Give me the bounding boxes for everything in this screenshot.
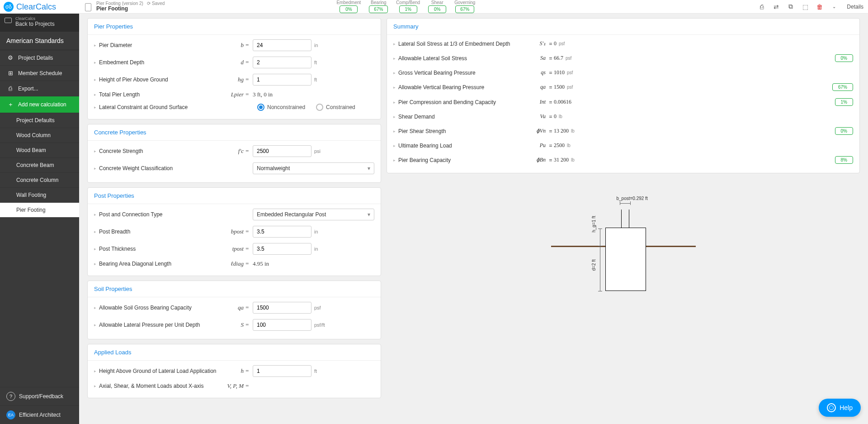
print-icon: ⎙ [6, 85, 14, 92]
concrete-weight-select[interactable]: Normalweight [253, 162, 374, 174]
support-feedback[interactable]: ? Support/Feedback [0, 387, 79, 405]
summary-row: ▸Allowable Lateral Soil StressSa=66.7 ps… [393, 51, 853, 66]
calc-wall-footing[interactable]: Wall Footing [0, 188, 79, 203]
user-account[interactable]: EA Efficient Architect [0, 405, 79, 424]
share-button[interactable]: ⬚ [802, 3, 809, 10]
delete-button[interactable]: 🗑 [816, 3, 823, 10]
lateral-load-height-input[interactable] [253, 365, 311, 377]
summary-row: ▸Pier Shear StrengthϕVn=13 200 lb0% [393, 124, 853, 138]
card-post-properties: Post Properties ▸Post and Connection Typ… [87, 187, 381, 276]
summary-row: ▸Gross Vertical Bearing Pressureqs=1010 … [393, 66, 853, 80]
plus-icon: ＋ [6, 100, 14, 109]
stat-compbend: Comp/Bend1% [396, 0, 420, 13]
post-breadth-input[interactable] [253, 226, 311, 238]
gear-icon: ⚙ [6, 54, 14, 61]
expand-button[interactable]: ⌄ [830, 3, 838, 10]
nav-project-details[interactable]: ⚙ Project Details [0, 50, 79, 66]
avatar: EA [6, 410, 15, 419]
stat-bearing: Bearing67% [369, 0, 388, 13]
status-pills: Embedment0% Bearing67% Comp/Bend1% Shear… [336, 0, 475, 13]
details-button[interactable]: Details [847, 4, 863, 10]
summary-row: ▸Pier Compression and Bending CapacityIn… [393, 95, 853, 110]
post-thickness-input[interactable] [253, 243, 311, 255]
sidebar-section: American Standards [0, 32, 79, 50]
grid-icon: ⊞ [6, 70, 14, 76]
lateral-pressure-input[interactable] [253, 319, 311, 331]
back-to-projects[interactable]: ClearCalcs Back to Projects [0, 14, 79, 32]
calc-concrete-column[interactable]: Concrete Column [0, 173, 79, 188]
radio-constrained[interactable]: Constrained [316, 104, 355, 111]
summary-row: ▸Ultimate Bearing LoadPu=2500 lb [393, 138, 853, 152]
embedment-depth-input[interactable] [253, 57, 311, 68]
soil-bearing-input[interactable] [253, 302, 311, 314]
height-above-ground-input[interactable] [253, 74, 311, 86]
calc-concrete-beam[interactable]: Concrete Beam [0, 158, 79, 173]
pier-diagram: b_post=0.292 ft h_g=1 ft d=2 ft [551, 196, 696, 300]
print-button[interactable]: ⎙ [758, 3, 765, 10]
help-icon: ? [6, 392, 15, 401]
bearing-diagonal-value: 4.95 in [253, 260, 269, 267]
lifebuoy-icon [827, 403, 836, 412]
summary-row: ▸Pier Bearing CapacityϕBn=31 200 lb8% [393, 152, 853, 167]
logo-text: ClearCalcs [16, 2, 56, 12]
add-new-calculation[interactable]: ＋ Add new calculation [0, 96, 79, 113]
stat-governing: Governing67% [454, 0, 475, 13]
sidebar: σδ ClearCalcs ClearCalcs Back to Project… [0, 0, 79, 424]
summary-row: ▸Shear DemandVu=0 lb [393, 110, 853, 124]
card-summary: Summary ▸Lateral Soil Stress at 1/3 of E… [387, 18, 860, 173]
post-type-select[interactable]: Embedded Rectangular Post [253, 209, 374, 220]
nav-export[interactable]: ⎙ Export... [0, 81, 79, 96]
logo[interactable]: σδ ClearCalcs [0, 0, 79, 14]
card-pier-properties: Pier Properties ▸Pier Diameterb =in ▸Emb… [87, 18, 381, 119]
concrete-strength-input[interactable] [253, 145, 311, 157]
radio-nonconstrained[interactable]: Nonconstrained [257, 104, 305, 111]
stat-shear: Shear0% [428, 0, 446, 13]
copy-button[interactable]: ⧉ [787, 3, 794, 10]
nav-member-schedule[interactable]: ⊞ Member Schedule [0, 66, 79, 81]
total-pier-length-value: 3 ft, 0 in [253, 91, 273, 98]
calc-wood-column[interactable]: Wood Column [0, 128, 79, 143]
calc-project-defaults[interactable]: Project Defaults [0, 113, 79, 128]
card-applied-loads: Applied Loads ▸Height Above Ground of La… [87, 344, 381, 398]
help-button[interactable]: Help [819, 399, 861, 417]
summary-row: ▸Lateral Soil Stress at 1/3 of Embedment… [393, 37, 853, 51]
link-button[interactable]: ⇄ [773, 3, 780, 10]
calc-pier-footing[interactable]: Pier Footing [0, 203, 79, 218]
calc-type-icon [84, 2, 92, 12]
card-concrete-properties: Concrete Properties ▸Concrete Strengthf'… [87, 124, 381, 183]
card-soil-properties: Soil Properties ▸Allowable Soil Gross Be… [87, 281, 381, 339]
pier-diameter-input[interactable] [253, 39, 311, 51]
folder-icon [5, 18, 12, 23]
calc-wood-beam[interactable]: Wood Beam [0, 143, 79, 158]
page-title: Pier Footing [96, 6, 165, 12]
topbar: Pier Footing (version 2) ⟳ Saved Pier Fo… [79, 0, 868, 14]
stat-embedment: Embedment0% [336, 0, 361, 13]
logo-icon: σδ [4, 2, 14, 12]
summary-row: ▸Allowable Vertical Bearing Pressureqa=1… [393, 80, 853, 95]
